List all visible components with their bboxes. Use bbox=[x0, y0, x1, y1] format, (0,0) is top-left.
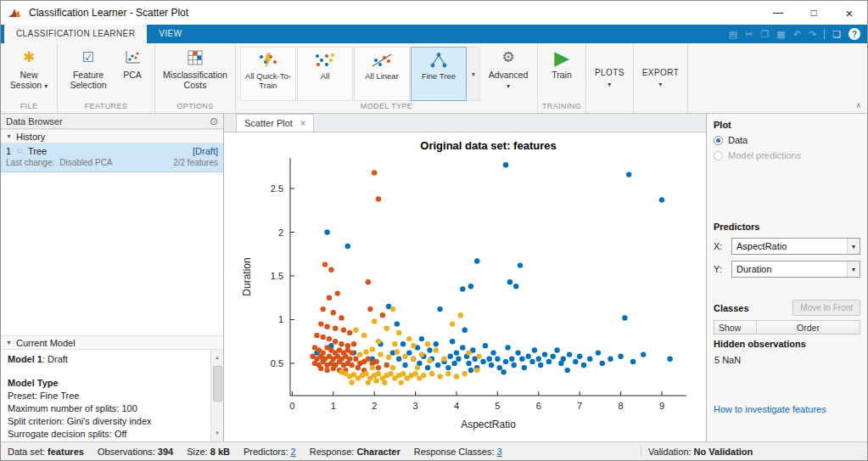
data-browser-header: Data Browser ⊙ bbox=[1, 114, 223, 129]
predictors-section-header: Predictors bbox=[714, 222, 860, 232]
document-area: Scatter Plot × Original data set: featur… bbox=[224, 114, 706, 441]
history-section-header[interactable]: ▼ History bbox=[1, 129, 223, 143]
train-play-icon: ▶ bbox=[554, 48, 569, 68]
status-response-classes-link[interactable]: 3 bbox=[497, 447, 502, 457]
gallery-dropdown-arrow[interactable]: ▾ bbox=[468, 47, 480, 101]
status-data-set: Data set: features bbox=[8, 447, 84, 457]
chevron-down-icon[interactable]: ▾ bbox=[847, 239, 860, 254]
svg-text:Duration: Duration bbox=[241, 257, 253, 295]
new-session-button[interactable]: ✱ New Session ▾ bbox=[5, 46, 53, 101]
gallery-item-all-quick-to-train[interactable]: All Quick-To-Train bbox=[240, 47, 296, 101]
favorite-star-icon[interactable]: ☆ bbox=[15, 145, 24, 156]
model-status-badge: [Draft] bbox=[193, 146, 218, 156]
move-to-front-button[interactable]: Move to Front bbox=[792, 300, 860, 316]
model-label: Model 1 bbox=[8, 354, 42, 364]
close-button[interactable]: × bbox=[832, 1, 867, 25]
panel-menu-icon[interactable]: ⊙ bbox=[210, 115, 218, 127]
status-predictors-link[interactable]: 2 bbox=[291, 447, 296, 457]
chevron-down-icon: ▾ bbox=[507, 82, 510, 90]
svg-text:9: 9 bbox=[659, 401, 664, 411]
plots-button[interactable]: PLOTS ▾ bbox=[586, 43, 633, 113]
classes-section-header: Classes bbox=[714, 303, 749, 313]
history-header-label: History bbox=[16, 132, 45, 142]
new-session-label: New Session bbox=[10, 70, 42, 90]
model-draft-status: : Draft bbox=[42, 354, 68, 364]
scrollbar[interactable]: ▲ ▼ bbox=[210, 350, 223, 441]
y-predictor-value: Duration bbox=[732, 264, 847, 274]
current-model-details: Model 1: Draft Model Type Preset: Fine T… bbox=[1, 350, 223, 441]
model-max-splits: Maximum number of splits: 100 bbox=[8, 402, 206, 415]
tab-classification-learner[interactable]: CLASSIFICATION LEARNER bbox=[4, 25, 147, 43]
export-button[interactable]: EXPORT ▾ bbox=[634, 43, 687, 113]
feature-selection-label: Feature Selection bbox=[65, 70, 111, 90]
scatter-plot[interactable]: Original data set: features01234567890.5… bbox=[238, 136, 700, 435]
ribbon: ✱ New Session ▾ FILE ☑ Feature Selection… bbox=[1, 43, 867, 114]
radio-data-label: Data bbox=[728, 135, 748, 145]
minimize-button[interactable]: — bbox=[760, 1, 796, 25]
gallery-item-all[interactable]: All bbox=[297, 47, 353, 101]
pca-button[interactable]: PCA bbox=[115, 46, 150, 101]
maximize-button[interactable]: □ bbox=[796, 1, 832, 25]
advanced-label: Advanced bbox=[489, 70, 529, 80]
collapse-ribbon-icon[interactable]: ∧ bbox=[855, 101, 861, 110]
status-value: Character bbox=[356, 447, 400, 457]
model-name: Tree bbox=[28, 146, 47, 156]
copy-icon[interactable]: ❐ bbox=[760, 29, 769, 40]
gallery-item-fine-tree[interactable]: Fine Tree bbox=[411, 47, 467, 101]
paste-icon[interactable]: ▦ bbox=[776, 29, 785, 40]
window-title: Classification Learner - Scatter Plot bbox=[29, 7, 188, 19]
radio-unselected-icon bbox=[714, 151, 723, 160]
svg-text:0.5: 0.5 bbox=[271, 358, 283, 368]
scroll-up-icon[interactable]: ▲ bbox=[215, 350, 220, 366]
help-icon[interactable]: ? bbox=[848, 28, 860, 40]
save-icon[interactable]: ▤ bbox=[729, 29, 737, 40]
history-item-tree[interactable]: 1 ☆ Tree [Draft] Last change: Disabled P… bbox=[1, 143, 223, 172]
show-column-header: Show bbox=[714, 321, 757, 334]
section-label-training: TRAINING bbox=[538, 101, 585, 113]
classes-section: Classes Move to Front Show Order bbox=[707, 294, 867, 333]
gallery-item-all-linear[interactable]: All Linear bbox=[354, 47, 410, 101]
x-predictor-select[interactable]: AspectRatio ▾ bbox=[731, 238, 860, 255]
misclassification-costs-button[interactable]: Misclassification Costs bbox=[160, 46, 231, 101]
chevron-down-icon[interactable]: ▾ bbox=[847, 261, 860, 277]
current-model-header-label: Current Model bbox=[16, 338, 76, 348]
train-button[interactable]: ▶ Train bbox=[542, 46, 581, 101]
close-tab-icon[interactable]: × bbox=[300, 119, 305, 128]
advanced-button[interactable]: ⚙ Advanced ▾ bbox=[484, 46, 533, 101]
dock-icon[interactable]: ❏ bbox=[832, 29, 841, 40]
ribbon-section-options: Misclassification Costs Misclassificatio… bbox=[155, 43, 236, 113]
redo-icon[interactable]: ↷ bbox=[809, 29, 816, 40]
svg-text:AspectRatio: AspectRatio bbox=[461, 419, 516, 430]
hidden-observations-header: Hidden observations bbox=[714, 339, 860, 349]
current-model-section-header[interactable]: ▼ Current Model bbox=[1, 335, 223, 350]
scroll-down-icon[interactable]: ▼ bbox=[215, 425, 220, 441]
undo-icon[interactable]: ↶ bbox=[793, 29, 801, 40]
cut-icon[interactable]: ✂ bbox=[745, 29, 753, 40]
ribbon-section-export: EXPORT ▾ bbox=[634, 43, 688, 113]
svg-text:8: 8 bbox=[619, 401, 624, 411]
gear-icon: ⚙ bbox=[501, 48, 514, 68]
scrollbar-thumb[interactable] bbox=[213, 366, 222, 402]
radio-model-predictions[interactable]: Model predictions bbox=[714, 150, 860, 160]
tab-scatter-plot-label: Scatter Plot bbox=[244, 118, 293, 128]
investigate-features-link[interactable]: How to investigate features bbox=[707, 404, 867, 414]
status-label: Size: bbox=[187, 447, 207, 457]
svg-text:1.5: 1.5 bbox=[271, 271, 283, 281]
plot-section-header: Plot bbox=[714, 120, 860, 130]
toolbar-divider bbox=[824, 29, 825, 40]
main-area: Data Browser ⊙ ▼ History 1 ☆ Tree [Draft… bbox=[1, 114, 867, 441]
status-validation: Validation: No Validation bbox=[648, 447, 753, 457]
section-label-options2: OPTIONS bbox=[155, 101, 235, 113]
tab-view[interactable]: VIEW bbox=[147, 25, 193, 43]
chevron-down-icon: ▾ bbox=[608, 81, 611, 88]
radio-data[interactable]: Data bbox=[714, 135, 860, 145]
status-label: Validation: bbox=[648, 447, 694, 457]
y-predictor-select[interactable]: Duration ▾ bbox=[731, 261, 860, 278]
features-count: 2/2 features bbox=[173, 158, 218, 167]
y-predictor-label: Y: bbox=[714, 264, 726, 274]
tab-scatter-plot[interactable]: Scatter Plot × bbox=[236, 114, 314, 132]
feature-selection-button[interactable]: ☑ Feature Selection bbox=[62, 46, 115, 101]
data-browser-panel: Data Browser ⊙ ▼ History 1 ☆ Tree [Draft… bbox=[1, 114, 224, 441]
ribbon-section-training: ▶ Train TRAINING bbox=[538, 43, 586, 113]
status-observations: Observations: 394 bbox=[98, 447, 173, 457]
